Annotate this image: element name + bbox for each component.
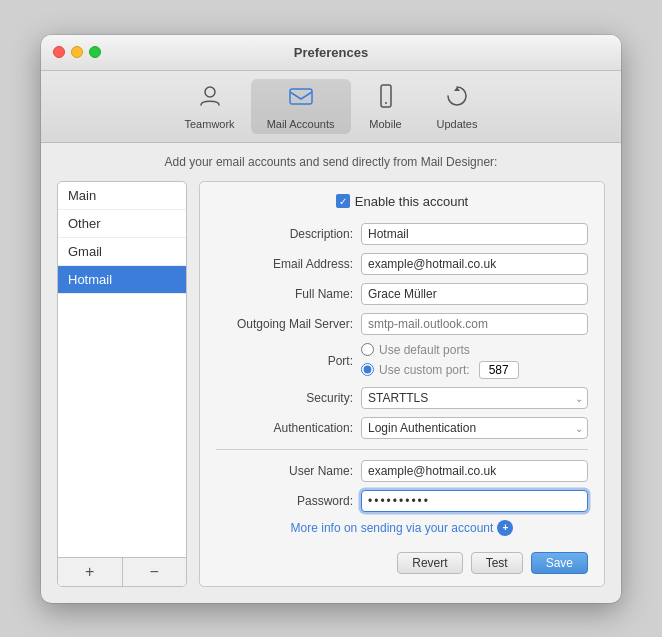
teamwork-label: Teamwork [185, 118, 235, 130]
title-bar: Preferences [41, 35, 621, 71]
updates-icon [444, 83, 470, 115]
more-info-link[interactable]: More info on sending via your account [291, 521, 494, 535]
enable-label[interactable]: ✓ Enable this account [336, 194, 468, 209]
username-row: User Name: [216, 460, 588, 482]
auth-label: Authentication: [216, 421, 361, 435]
default-ports-row: Use default ports [361, 343, 519, 357]
save-button[interactable]: Save [531, 552, 588, 574]
more-info-icon[interactable]: + [497, 520, 513, 536]
custom-ports-row: Use custom port: [361, 361, 519, 379]
security-row: Security: STARTTLS None SSL/TLS ⌄ [216, 387, 588, 409]
form-panel: ✓ Enable this account Description: Email… [199, 181, 605, 587]
form-divider [216, 449, 588, 450]
svg-rect-1 [290, 89, 312, 104]
more-info-row: More info on sending via your account + [216, 520, 588, 536]
preferences-window: Preferences Teamwork Mail Accounts [41, 35, 621, 603]
toolbar-item-mail-accounts[interactable]: Mail Accounts [251, 79, 351, 134]
mobile-icon [373, 83, 399, 115]
sidebar-item-main[interactable]: Main [58, 182, 186, 210]
remove-account-button[interactable]: − [122, 558, 187, 586]
outgoing-row: Outgoing Mail Server: [216, 313, 588, 335]
sidebar-list: Main Other Gmail Hotmail [58, 182, 186, 557]
description-label: Description: [216, 227, 361, 241]
auth-select[interactable]: Login Authentication Plain None [361, 417, 588, 439]
email-input[interactable] [361, 253, 588, 275]
fullname-row: Full Name: [216, 283, 588, 305]
svg-point-0 [205, 87, 215, 97]
security-select-wrapper: STARTTLS None SSL/TLS ⌄ [361, 387, 588, 409]
security-label: Security: [216, 391, 361, 405]
port-row: Port: Use default ports Use custom port: [216, 343, 588, 379]
security-select[interactable]: STARTTLS None SSL/TLS [361, 387, 588, 409]
revert-button[interactable]: Revert [397, 552, 462, 574]
enable-row: ✓ Enable this account [216, 194, 588, 209]
test-button[interactable]: Test [471, 552, 523, 574]
content-area: Add your email accounts and send directl… [41, 143, 621, 603]
outgoing-label: Outgoing Mail Server: [216, 317, 361, 331]
username-label: User Name: [216, 464, 361, 478]
minimize-button[interactable] [71, 46, 83, 58]
button-row: Revert Test Save [216, 548, 588, 574]
traffic-lights [53, 46, 101, 58]
custom-ports-label: Use custom port: [379, 363, 470, 377]
updates-label: Updates [437, 118, 478, 130]
email-row: Email Address: [216, 253, 588, 275]
mail-accounts-icon [288, 83, 314, 115]
toolbar-item-updates[interactable]: Updates [421, 79, 494, 134]
window-title: Preferences [294, 45, 368, 60]
mail-accounts-label: Mail Accounts [267, 118, 335, 130]
enable-checkbox[interactable]: ✓ [336, 194, 350, 208]
fullname-label: Full Name: [216, 287, 361, 301]
password-row: Password: [216, 490, 588, 512]
sidebar-item-gmail[interactable]: Gmail [58, 238, 186, 266]
default-ports-label: Use default ports [379, 343, 470, 357]
outgoing-input[interactable] [361, 313, 588, 335]
auth-row: Authentication: Login Authentication Pla… [216, 417, 588, 439]
mobile-label: Mobile [369, 118, 401, 130]
toolbar-item-teamwork[interactable]: Teamwork [169, 79, 251, 134]
teamwork-icon [197, 83, 223, 115]
sidebar-footer: + − [58, 557, 186, 586]
custom-ports-radio[interactable] [361, 363, 374, 376]
enable-text: Enable this account [355, 194, 468, 209]
subtitle-text: Add your email accounts and send directl… [57, 155, 605, 169]
description-input[interactable] [361, 223, 588, 245]
toolbar-item-mobile[interactable]: Mobile [351, 79, 421, 134]
maximize-button[interactable] [89, 46, 101, 58]
sidebar-item-hotmail[interactable]: Hotmail [58, 266, 186, 294]
port-options: Use default ports Use custom port: [361, 343, 519, 379]
username-input[interactable] [361, 460, 588, 482]
add-account-button[interactable]: + [58, 558, 122, 586]
password-label: Password: [216, 494, 361, 508]
sidebar: Main Other Gmail Hotmail + − [57, 181, 187, 587]
port-label: Port: [216, 354, 361, 368]
sidebar-item-other[interactable]: Other [58, 210, 186, 238]
main-area: Main Other Gmail Hotmail + − ✓ Enable th… [57, 181, 605, 587]
fullname-input[interactable] [361, 283, 588, 305]
auth-select-wrapper: Login Authentication Plain None ⌄ [361, 417, 588, 439]
svg-point-3 [385, 102, 387, 104]
toolbar: Teamwork Mail Accounts Mobile [41, 71, 621, 143]
port-number-input[interactable] [479, 361, 519, 379]
password-input[interactable] [361, 490, 588, 512]
close-button[interactable] [53, 46, 65, 58]
email-label: Email Address: [216, 257, 361, 271]
description-row: Description: [216, 223, 588, 245]
default-ports-radio[interactable] [361, 343, 374, 356]
